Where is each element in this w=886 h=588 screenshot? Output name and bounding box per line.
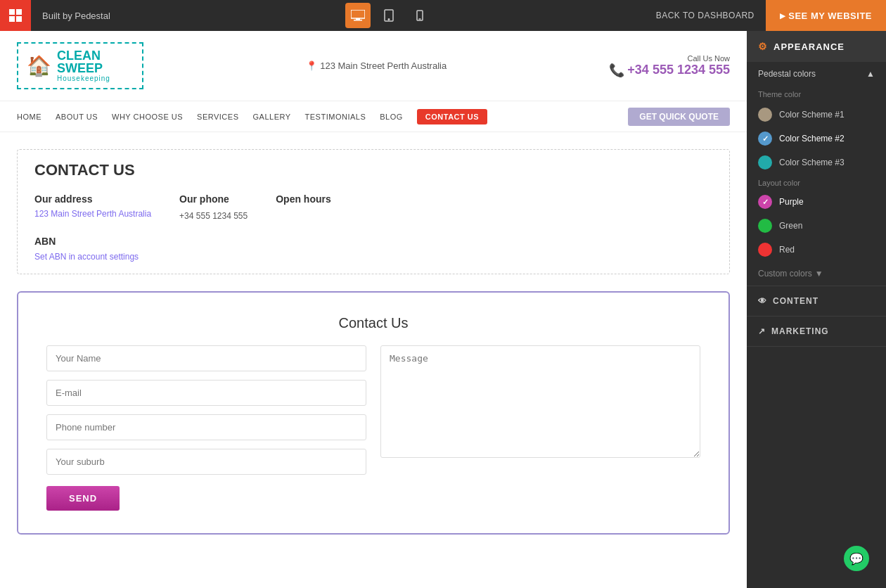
marketing-section: ↗ MARKETING bbox=[747, 317, 886, 347]
layout-color-label: Layout color bbox=[747, 174, 886, 190]
appearance-icon: ⚙ bbox=[758, 41, 768, 52]
layout-color-purple[interactable]: Purple bbox=[747, 190, 886, 214]
abn-link[interactable]: Set ABN in account settings bbox=[34, 252, 139, 262]
color-scheme-1[interactable]: Color Scheme #1 bbox=[747, 103, 886, 127]
form-row: SEND bbox=[46, 345, 700, 511]
layout-color-red[interactable]: Red bbox=[747, 238, 886, 262]
site-nav: HOME ABOUT US WHY CHOOSE US SERVICES GAL… bbox=[0, 101, 747, 132]
svg-rect-1 bbox=[9, 16, 15, 22]
layout-color-green[interactable]: Green bbox=[747, 214, 886, 238]
contact-us-title: CONTACT US bbox=[34, 161, 712, 179]
content-section: 👁 CONTENT bbox=[747, 286, 886, 317]
site-content: CONTACT US Our address 123 Main Street P… bbox=[0, 132, 747, 551]
purple-label: Purple bbox=[779, 197, 804, 207]
scheme3-dot bbox=[758, 155, 772, 170]
phone-input[interactable] bbox=[46, 414, 366, 440]
form-title: Contact Us bbox=[46, 315, 700, 331]
name-input[interactable] bbox=[46, 345, 366, 371]
pedestal-colors-label: Pedestal colors bbox=[758, 69, 816, 79]
send-btn[interactable]: SEND bbox=[46, 486, 120, 511]
scheme1-label: Color Scheme #1 bbox=[779, 110, 845, 120]
nav-quote-btn[interactable]: GET QUICK QUOTE bbox=[628, 108, 730, 126]
phone-value: +34 555 1234 555 bbox=[179, 211, 248, 221]
custom-colors-label: Custom colors bbox=[758, 269, 812, 279]
broom-icon: 🏠 bbox=[27, 54, 51, 77]
svg-rect-4 bbox=[351, 10, 365, 18]
suburb-input[interactable] bbox=[46, 449, 366, 475]
svg-rect-5 bbox=[356, 18, 360, 20]
pin-icon: 📍 bbox=[306, 60, 317, 71]
marketing-label: MARKETING bbox=[771, 326, 829, 336]
site-logo: 🏠 CLEAN SWEEP Housekeeping bbox=[17, 42, 143, 89]
message-input[interactable] bbox=[380, 345, 700, 458]
color-scheme-3[interactable]: Color Scheme #3 bbox=[747, 151, 886, 174]
phone-display: Call Us Now 📞 +34 555 1234 555 bbox=[609, 54, 730, 78]
custom-colors-header[interactable]: Custom colors ▼ bbox=[747, 262, 886, 286]
nav-blog[interactable]: BLOG bbox=[380, 113, 403, 121]
red-dot bbox=[758, 243, 772, 257]
green-label: Green bbox=[779, 221, 802, 231]
scheme2-label: Color Scheme #2 bbox=[779, 134, 845, 143]
tablet-view-btn[interactable] bbox=[376, 3, 402, 28]
svg-point-8 bbox=[388, 19, 390, 20]
nav-gallery[interactable]: GALLERY bbox=[253, 113, 291, 121]
nav-services[interactable]: SERVICES bbox=[197, 113, 238, 121]
svg-rect-3 bbox=[16, 16, 22, 22]
logo-icon bbox=[0, 0, 31, 31]
phone-number: 📞 +34 555 1234 555 bbox=[609, 63, 730, 78]
contact-us-section: CONTACT US Our address 123 Main Street P… bbox=[17, 149, 730, 274]
mobile-view-btn[interactable] bbox=[407, 3, 432, 28]
scheme1-dot bbox=[758, 108, 772, 122]
purple-dot bbox=[758, 195, 772, 209]
see-website-btn[interactable]: SEE MY WEBSITE bbox=[766, 0, 886, 31]
desktop-view-btn[interactable] bbox=[345, 3, 371, 28]
form-left: SEND bbox=[46, 345, 366, 511]
email-input[interactable] bbox=[46, 380, 366, 406]
pedestal-colors-header[interactable]: Pedestal colors ▲ bbox=[747, 62, 886, 86]
green-dot bbox=[758, 219, 772, 233]
chat-bubble[interactable]: 💬 bbox=[844, 546, 869, 571]
theme-color-label: Theme color bbox=[747, 86, 886, 103]
address-display: 📍 123 Main Street Perth Australia bbox=[143, 60, 609, 71]
back-dashboard-btn[interactable]: BACK TO DASHBOARD bbox=[656, 11, 755, 20]
svg-rect-2 bbox=[16, 9, 22, 15]
red-label: Red bbox=[779, 245, 795, 255]
appearance-section: ⚙ APPEARANCE Pedestal colors ▲ Theme col… bbox=[747, 31, 886, 286]
content-header[interactable]: 👁 CONTENT bbox=[747, 286, 886, 316]
eye-icon: 👁 bbox=[758, 296, 767, 306]
nav-why[interactable]: WHY CHOOSE US bbox=[112, 113, 183, 121]
hours-col: Open hours bbox=[276, 193, 331, 222]
brand-label: Built by Pedestal bbox=[31, 11, 122, 21]
nav-about[interactable]: ABOUT US bbox=[56, 113, 98, 121]
main-layout: 🏠 CLEAN SWEEP Housekeeping 📍 123 Main St… bbox=[0, 31, 886, 588]
address-col: Our address 123 Main Street Perth Austra… bbox=[34, 193, 151, 222]
logo-sub-text: Housekeeping bbox=[57, 75, 134, 82]
phone-col: Our phone +34 555 1234 555 bbox=[179, 193, 248, 222]
abn-section: ABN Set ABN in account settings bbox=[34, 236, 712, 262]
hours-heading: Open hours bbox=[276, 193, 331, 205]
chevron-icon: ▲ bbox=[866, 69, 875, 79]
site-header: 🏠 CLEAN SWEEP Housekeeping 📍 123 Main St… bbox=[0, 31, 747, 101]
appearance-label: APPEARANCE bbox=[773, 41, 845, 52]
chart-icon: ↗ bbox=[758, 326, 766, 336]
dropdown-icon: ▼ bbox=[815, 269, 823, 279]
marketing-header[interactable]: ↗ MARKETING bbox=[747, 317, 886, 346]
call-label: Call Us Now bbox=[609, 54, 730, 63]
top-bar: Built by Pedestal BACK TO DASHBOARD SEE … bbox=[0, 0, 886, 31]
content-label: CONTENT bbox=[773, 296, 818, 306]
nav-contact-btn[interactable]: CONTACT US bbox=[417, 109, 487, 124]
scheme2-dot bbox=[758, 132, 772, 146]
color-scheme-2[interactable]: Color Scheme #2 bbox=[747, 127, 886, 151]
phone-icon: 📞 bbox=[609, 63, 624, 78]
contact-info-row: Our address 123 Main Street Perth Austra… bbox=[34, 193, 712, 222]
scheme3-label: Color Scheme #3 bbox=[779, 158, 845, 167]
nav-home[interactable]: HOME bbox=[17, 113, 41, 121]
abn-title: ABN bbox=[34, 236, 712, 247]
form-right bbox=[380, 345, 700, 511]
phone-heading: Our phone bbox=[179, 193, 248, 205]
website-preview: 🏠 CLEAN SWEEP Housekeeping 📍 123 Main St… bbox=[0, 31, 747, 588]
nav-testimonials[interactable]: TESTIMONIALS bbox=[305, 113, 366, 121]
svg-rect-6 bbox=[354, 20, 362, 21]
right-panel: ⚙ APPEARANCE Pedestal colors ▲ Theme col… bbox=[747, 31, 886, 588]
svg-rect-0 bbox=[9, 9, 15, 15]
